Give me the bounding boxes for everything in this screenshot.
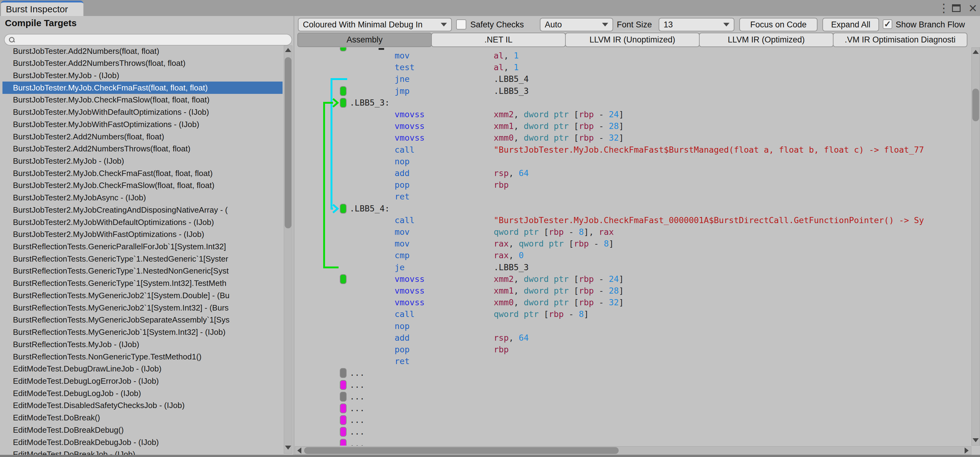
safety-checks-dropdown[interactable]: Auto <box>540 18 613 31</box>
code-vscrollbar-thumb[interactable] <box>972 89 979 121</box>
list-item[interactable]: BurstReflectionTests.NonGenericType.Test… <box>2 350 283 363</box>
list-item-label: BurstJobTester.MyJobWithDefaultOptimizat… <box>13 107 209 117</box>
scroll-right-icon[interactable] <box>965 447 969 454</box>
safety-checks-checkbox[interactable] <box>456 19 466 30</box>
block-marker[interactable] <box>340 427 347 437</box>
list-item[interactable]: BurstJobTester2.MyJobWithDefaultOptimiza… <box>2 216 283 228</box>
list-item-label: BurstJobTester.MyJob.CheckFmaFast(float,… <box>13 83 208 92</box>
font-size-label: Font Size <box>617 18 652 31</box>
font-size-value: 13 <box>663 20 673 30</box>
list-item[interactable]: BurstJobTester.Add2Numbers(float, float) <box>2 45 283 57</box>
search-input[interactable] <box>18 35 283 44</box>
list-item[interactable]: BurstJobTester2.MyJob.CheckFmaSlow(float… <box>2 180 283 192</box>
list-item[interactable]: BurstJobTester.MyJob.CheckFmaFast(float,… <box>2 81 283 94</box>
list-item[interactable]: BurstReflectionTests.MyGenericJobSeparat… <box>2 314 283 326</box>
scroll-up-icon[interactable] <box>973 50 979 54</box>
safety-checks-value: Auto <box>545 20 562 30</box>
asm-token-reg: al <box>494 62 504 72</box>
scroll-left-icon[interactable] <box>298 447 301 454</box>
list-item[interactable]: BurstJobTester2.MyJobCreatingAndDisposin… <box>2 204 283 216</box>
asm-operands: qword ptr [rbp - 8], rax <box>494 226 614 238</box>
asm-operands: al, 1 <box>494 50 519 62</box>
block-marker[interactable] <box>340 86 347 96</box>
code-hscrollbar-thumb[interactable] <box>304 447 619 454</box>
list-item[interactable]: BurstJobTester.MyJobWithFastOptimization… <box>2 118 283 131</box>
block-marker[interactable] <box>340 392 347 401</box>
asm-token-reg: rbp <box>574 239 589 248</box>
block-marker[interactable] <box>340 98 347 108</box>
code-line: cmprax, 0 <box>295 250 971 261</box>
asm-token-reg: xmm1 <box>494 286 514 295</box>
list-item[interactable]: BurstJobTester.MyJobWithDefaultOptimizat… <box>2 106 283 118</box>
block-marker[interactable] <box>340 274 347 284</box>
tab--net-il[interactable]: .NET IL <box>431 33 566 47</box>
asm-mnemonic: nop <box>395 156 410 167</box>
list-item[interactable]: BurstJobTester2.MyJob.CheckFmaFast(float… <box>2 167 283 180</box>
tab--vm-ir-optimisation-diagnosti[interactable]: .VM IR Optimisation Diagnosti <box>833 33 967 47</box>
list-item[interactable]: BurstReflectionTests.MyGenericJob2`1[Sys… <box>2 302 283 314</box>
block-marker[interactable] <box>340 415 347 425</box>
window-tab-burst-inspector[interactable]: Burst Inspector <box>1 1 83 16</box>
focus-on-code-button[interactable]: Focus on Code <box>739 18 818 31</box>
block-marker[interactable] <box>340 439 347 446</box>
list-item[interactable]: BurstJobTester2.Add2Numbers(float, float… <box>2 131 283 143</box>
asm-operands: xmm1, dword ptr [rbp - 28] <box>494 120 624 132</box>
list-item[interactable]: EditModeTest.DisabledSafetyChecksJob - (… <box>2 400 283 412</box>
list-item[interactable]: EditModeTest.DoBreakDebugJob - (IJob) <box>2 436 283 448</box>
block-marker[interactable] <box>340 403 347 413</box>
list-item[interactable]: BurstReflectionTests.GenericType`1.Neste… <box>2 253 283 265</box>
font-size-dropdown[interactable]: 13 <box>659 18 734 31</box>
list-item-label: EditModeTest.DoBreakDebugJob - (IJob) <box>13 438 159 447</box>
search-box[interactable] <box>4 34 292 46</box>
list-item[interactable]: BurstReflectionTests.MyGenericJob`1[Syst… <box>2 326 283 339</box>
list-item[interactable]: BurstReflectionTests.GenericType`1.Neste… <box>2 265 283 277</box>
asm-token-reg: rbp <box>549 227 564 237</box>
tab-llvm-ir-unoptimized-[interactable]: LLVM IR (Unoptimized) <box>565 33 700 47</box>
expand-all-button[interactable]: Expand All <box>822 18 879 31</box>
asm-token-reg: rsp <box>494 168 509 178</box>
list-item[interactable]: EditModeTest.DoBreak() <box>2 412 283 424</box>
scroll-down-icon[interactable] <box>285 446 291 450</box>
list-item[interactable]: BurstJobTester2.MyJobAsync - (IJob) <box>2 192 283 204</box>
safety-checks-label: Safety Checks <box>470 18 524 31</box>
code-line: testal, 1 <box>295 62 971 73</box>
list-item[interactable]: BurstJobTester.MyJob - (IJob) <box>2 69 283 81</box>
scroll-down-icon[interactable] <box>973 438 979 442</box>
close-icon[interactable]: × <box>969 2 977 14</box>
list-item[interactable]: BurstReflectionTests.GenericParallelForJ… <box>2 240 283 253</box>
list-item[interactable]: BurstJobTester2.Add2NumbersThrows(float,… <box>2 143 283 155</box>
list-item[interactable]: BurstReflectionTests.MyGenericJob2`1[Sys… <box>2 289 283 302</box>
display-mode-dropdown[interactable]: Coloured With Minimal Debug In <box>298 18 452 31</box>
list-item[interactable]: BurstJobTester.MyJob.CheckFmaSlow(float,… <box>2 94 283 106</box>
list-item[interactable]: EditModeTest.DoBreakDebug() <box>2 424 283 436</box>
kebab-menu-icon[interactable]: ⋮ <box>938 0 944 16</box>
target-list-scrollbar-thumb[interactable] <box>285 57 291 228</box>
asm-operands: rbp <box>494 179 509 191</box>
list-item-label: BurstJobTester2.MyJob - (IJob) <box>13 156 124 166</box>
list-item[interactable]: EditModeTest.DebugLogJob - (IJob) <box>2 387 283 400</box>
asm-operands: qword ptr [rbp - 8] <box>494 308 589 320</box>
list-item[interactable]: EditModeTest.DoBreakJob - (IJob) <box>2 448 283 455</box>
asm-token-pun: ] <box>619 110 624 119</box>
show-branch-flow-checkbox[interactable]: ✓ <box>883 19 892 29</box>
list-item[interactable]: BurstReflectionTests.GenericType`1[Syste… <box>2 277 283 290</box>
asm-mnemonic: mov <box>395 238 410 250</box>
asm-token-ptr: dword ptr <box>524 121 569 131</box>
block-marker[interactable] <box>340 368 347 378</box>
list-item[interactable]: BurstJobTester2.MyJob - (IJob) <box>2 155 283 167</box>
maximize-icon[interactable] <box>952 4 961 12</box>
tab-llvm-ir-optimized-[interactable]: LLVM IR (Optimized) <box>699 33 834 47</box>
tab-assembly[interactable]: Assembly <box>298 33 432 47</box>
list-item[interactable]: BurstJobTester2.MyJobWithFastOptimizatio… <box>2 228 283 240</box>
list-item[interactable]: EditModeTest.DebugDrawLineJob - (IJob) <box>2 363 283 375</box>
chevron-down-icon <box>602 23 608 27</box>
list-item[interactable]: EditModeTest.DebugLogErrorJob - (IJob) <box>2 375 283 387</box>
collapsed-code-line: ... <box>295 438 971 446</box>
scroll-up-icon[interactable] <box>285 48 291 52</box>
block-marker[interactable] <box>340 204 347 213</box>
code-line: poprbp <box>295 344 971 355</box>
list-item[interactable]: BurstJobTester.Add2NumbersThrows(float, … <box>2 57 283 70</box>
asm-token-reg: rbp <box>494 180 509 189</box>
block-marker[interactable] <box>340 380 347 390</box>
list-item[interactable]: BurstReflectionTests.MyJob - (IJob) <box>2 338 283 350</box>
